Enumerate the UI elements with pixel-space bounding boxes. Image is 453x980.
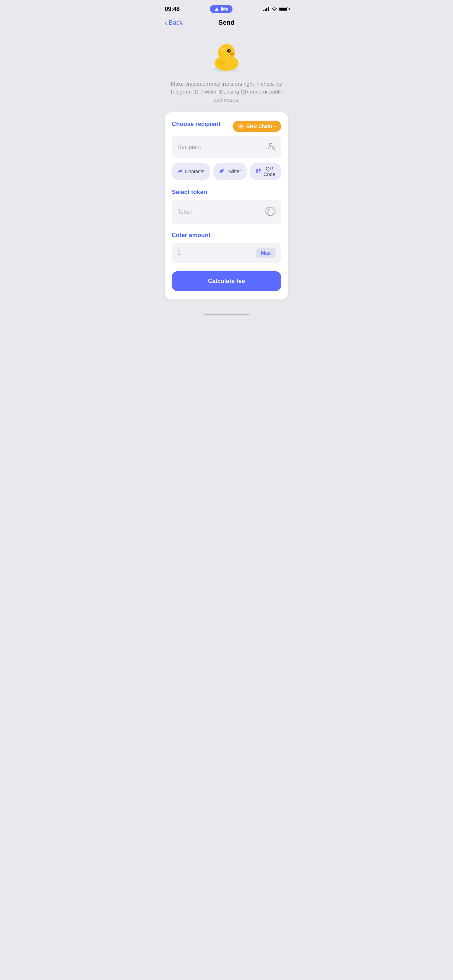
- mascot-section: [165, 38, 288, 73]
- token-coin-icon: [264, 206, 275, 218]
- battery-icon: [280, 7, 288, 11]
- amount-label: Enter amount: [172, 232, 281, 239]
- ime-badge-label: iMe: [221, 6, 229, 12]
- ime-badge: iMe: [210, 5, 233, 13]
- chain-chevron-icon: ▾: [274, 124, 276, 129]
- quick-actions: Contacts Twitter: [172, 162, 281, 180]
- bnb-chain-icon: [238, 123, 244, 129]
- twitter-label: Twitter: [227, 169, 241, 174]
- qr-code-icon: [256, 168, 261, 175]
- description-text: Make cryptocurrency transfers right in c…: [165, 80, 288, 104]
- recipient-input[interactable]: Recipient: [172, 136, 281, 158]
- signal-icon: [263, 7, 269, 11]
- send-card: Choose recipient BNB Chain ▾ Recipient: [165, 112, 288, 299]
- token-input[interactable]: Token: [172, 200, 281, 224]
- duck-mascot: [205, 38, 248, 73]
- max-button[interactable]: Max: [256, 248, 275, 258]
- chain-selector-text: BNB Chain: [246, 124, 272, 129]
- calculate-fee-label: Calculate fee: [208, 278, 245, 284]
- token-placeholder: Token: [178, 209, 192, 215]
- svg-rect-14: [259, 169, 260, 170]
- svg-rect-13: [257, 169, 258, 170]
- ime-logo-icon: [214, 7, 219, 12]
- recipient-label: Choose recipient: [172, 121, 221, 128]
- twitter-icon: [219, 168, 224, 175]
- back-label: Back: [168, 19, 183, 27]
- calculate-fee-button[interactable]: Calculate fee: [172, 271, 281, 291]
- back-chevron-icon: ‹: [165, 19, 167, 26]
- svg-point-8: [269, 143, 272, 146]
- token-label: Select token: [172, 189, 281, 196]
- amount-section: Enter amount 0 Max: [172, 232, 281, 263]
- back-button[interactable]: ‹ Back: [165, 19, 183, 27]
- contacts-label: Contacts: [185, 169, 204, 174]
- status-time: 09:48: [165, 6, 180, 13]
- recipient-header: Choose recipient BNB Chain ▾: [172, 121, 281, 132]
- page-title: Send: [218, 19, 235, 27]
- status-center: iMe: [210, 5, 233, 13]
- qr-code-label: QR Code: [263, 166, 275, 177]
- status-bar: 09:48 iMe: [158, 0, 295, 16]
- contacts-button[interactable]: Contacts: [172, 162, 210, 180]
- amount-input[interactable]: 0 Max: [172, 243, 281, 263]
- contact-search-icon: [267, 142, 275, 152]
- main-content: Make cryptocurrency transfers right in c…: [158, 31, 295, 307]
- home-bar: [203, 313, 250, 315]
- token-section: Select token Token: [172, 189, 281, 224]
- svg-point-4: [227, 49, 231, 52]
- chain-selector[interactable]: BNB Chain ▾: [233, 121, 281, 132]
- svg-point-5: [229, 50, 230, 51]
- recipient-placeholder: Recipient: [178, 144, 201, 150]
- qr-code-button[interactable]: QR Code: [250, 162, 281, 180]
- twitter-button[interactable]: Twitter: [213, 162, 246, 180]
- wifi-icon: [271, 7, 277, 11]
- status-icons: [263, 7, 288, 11]
- home-indicator: [158, 307, 295, 319]
- svg-rect-15: [257, 172, 258, 172]
- svg-point-2: [218, 44, 235, 61]
- contacts-icon: [178, 168, 183, 175]
- amount-value: 0: [178, 250, 181, 256]
- nav-bar: ‹ Back Send: [158, 16, 295, 31]
